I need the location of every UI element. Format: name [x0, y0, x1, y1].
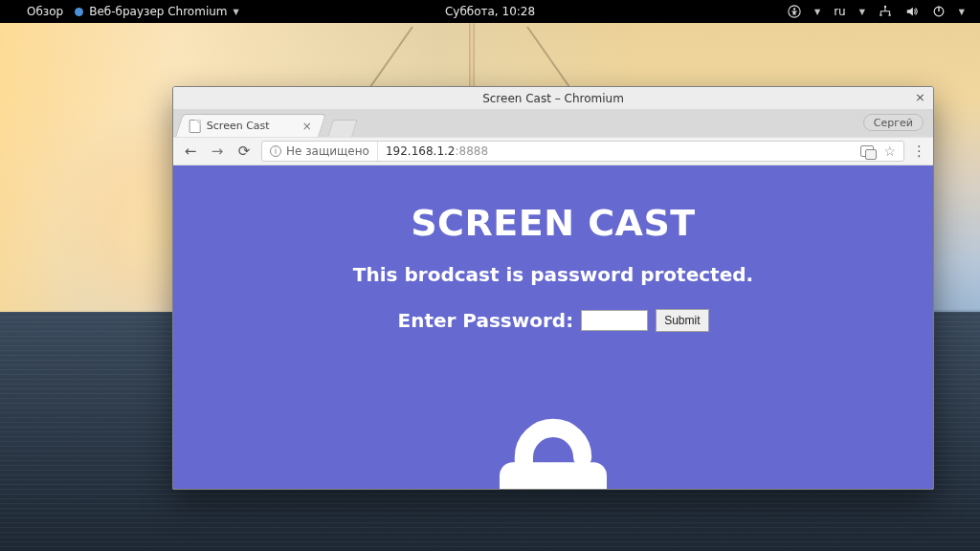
power-icon[interactable] [932, 5, 946, 18]
svg-point-1 [793, 8, 795, 10]
tab-title: Screen Cast [207, 120, 270, 132]
bookmark-star-icon[interactable]: ☆ [883, 143, 896, 159]
page-title: SCREEN CAST [173, 202, 933, 244]
app-menu[interactable]: Веб-браузер Chromium ▼ [75, 5, 238, 18]
forward-button[interactable]: → [208, 143, 227, 160]
activities-button[interactable]: Обзор [27, 5, 63, 18]
window-title: Screen Cast – Chromium [482, 92, 624, 105]
new-tab-button[interactable] [327, 120, 358, 137]
tab-strip: Screen Cast × Сергей [173, 110, 933, 137]
chevron-down-icon: ▼ [234, 8, 239, 16]
translate-icon[interactable] [860, 145, 874, 157]
tab-close-icon[interactable]: × [302, 120, 312, 133]
chevron-down-icon: ▼ [959, 8, 965, 16]
file-icon [189, 120, 201, 133]
window-close-button[interactable]: × [915, 91, 925, 103]
browser-toolbar: ← → ⟳ i Не защищено 192.168.1.2:8888 ☆ ⋮ [173, 137, 933, 165]
password-input[interactable] [581, 310, 648, 331]
submit-button[interactable]: Submit [656, 309, 708, 332]
window-titlebar[interactable]: Screen Cast – Chromium × [173, 87, 933, 110]
security-indicator[interactable]: i Не защищено [262, 142, 378, 161]
app-menu-label: Веб-браузер Chromium [89, 5, 227, 18]
chromium-window: Screen Cast – Chromium × Screen Cast × С… [172, 86, 934, 490]
profile-button[interactable]: Сергей [863, 114, 924, 131]
wallpaper-mast [469, 23, 475, 90]
chevron-down-icon: ▼ [814, 8, 820, 16]
reload-button[interactable]: ⟳ [234, 143, 254, 160]
info-icon: i [270, 145, 281, 157]
svg-rect-2 [884, 6, 886, 8]
tab-screen-cast[interactable]: Screen Cast × [175, 114, 326, 137]
password-label: Enter Password: [397, 309, 573, 332]
accessibility-icon[interactable] [788, 5, 801, 18]
chevron-down-icon: ▼ [859, 8, 865, 16]
volume-icon[interactable] [905, 5, 919, 18]
svg-rect-4 [888, 14, 890, 16]
chromium-app-icon [75, 8, 83, 16]
security-label: Не защищено [286, 144, 369, 158]
back-button[interactable]: ← [181, 143, 200, 160]
password-form: Enter Password: Submit [173, 309, 933, 332]
page-viewport: SCREEN CAST This brodcast is password pr… [173, 165, 933, 489]
network-icon[interactable] [879, 5, 892, 18]
os-topbar: Обзор Веб-браузер Chromium ▼ Суббота, 10… [0, 0, 980, 23]
svg-rect-3 [880, 14, 881, 16]
page-subtitle: This brodcast is password protected. [173, 263, 933, 286]
keyboard-layout-indicator[interactable]: ru [834, 5, 846, 18]
svg-rect-7 [500, 462, 607, 489]
clock[interactable]: Суббота, 10:28 [445, 5, 535, 18]
url-text: 192.168.1.2:8888 [378, 144, 496, 158]
chrome-menu-button[interactable]: ⋮ [912, 143, 925, 160]
address-bar[interactable]: i Не защищено 192.168.1.2:8888 ☆ [261, 141, 904, 162]
unlock-icon [472, 357, 635, 489]
